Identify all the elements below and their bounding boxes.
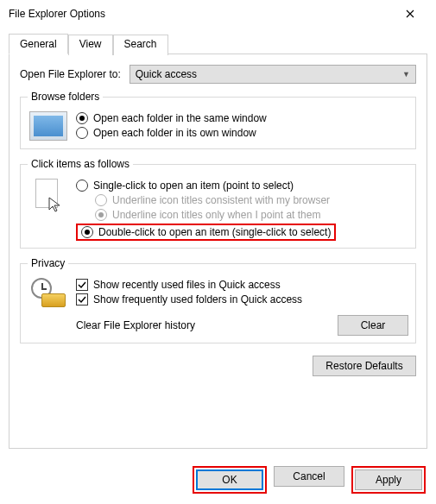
clear-history-label: Clear File Explorer history (76, 319, 195, 331)
restore-defaults-button[interactable]: Restore Defaults (313, 356, 416, 376)
radio-label: Underline icon titles consistent with my… (112, 194, 330, 206)
open-to-dropdown[interactable]: Quick access ▼ (130, 65, 416, 84)
radio-icon (76, 112, 88, 124)
radio-icon (95, 194, 107, 206)
radio-icon (95, 209, 107, 221)
close-button[interactable] (393, 2, 427, 26)
radio-single-click[interactable]: Single-click to open an item (point to s… (76, 180, 408, 192)
open-to-label: Open File Explorer to: (20, 68, 121, 80)
highlight-double-click: Double-click to open an item (single-cli… (76, 224, 408, 241)
titlebar: File Explorer Options (0, 0, 436, 28)
checkbox-label: Show frequently used folders in Quick ac… (93, 293, 302, 306)
cancel-button[interactable]: Cancel (274, 466, 344, 487)
radio-label: Underline icon titles only when I point … (112, 209, 320, 221)
browse-folders-legend: Browse folders (28, 91, 103, 103)
browse-folders-icon (28, 110, 69, 142)
privacy-legend: Privacy (28, 257, 68, 269)
radio-label: Open each folder in the same window (93, 112, 267, 124)
radio-double-click[interactable]: Double-click to open an item (single-cli… (81, 226, 331, 238)
tab-strip: General View Search (9, 33, 427, 54)
checkbox-label: Show recently used files in Quick access (93, 279, 281, 291)
radio-icon (76, 127, 88, 139)
radio-same-window[interactable]: Open each folder in the same window (76, 112, 408, 124)
dialog-footer: OK Cancel Apply (193, 466, 426, 494)
radio-own-window[interactable]: Open each folder in its own window (76, 127, 408, 139)
window-title: File Explorer Options (9, 8, 393, 20)
tab-general[interactable]: General (9, 34, 68, 54)
radio-icon (76, 180, 88, 192)
radio-label: Single-click to open an item (point to s… (93, 180, 294, 192)
privacy-group: Privacy Show recently used files in Quic… (20, 257, 416, 343)
highlight-apply: Apply (351, 466, 426, 494)
tab-view[interactable]: View (68, 35, 113, 55)
apply-button[interactable]: Apply (355, 469, 422, 490)
tab-panel-general: Open File Explorer to: Quick access ▼ Br… (9, 54, 427, 449)
checkbox-icon (76, 293, 88, 306)
radio-label: Double-click to open an item (single-cli… (98, 226, 331, 238)
open-to-value: Quick access (136, 68, 197, 80)
chevron-down-icon: ▼ (402, 70, 410, 79)
radio-icon (81, 226, 93, 238)
checkbox-icon (76, 279, 88, 291)
click-items-legend: Click items as follows (28, 158, 133, 170)
highlight-ok: OK (193, 466, 267, 494)
checkbox-frequent-folders[interactable]: Show frequently used folders in Quick ac… (76, 293, 408, 306)
click-items-icon (28, 177, 69, 241)
radio-label: Open each folder in its own window (93, 127, 256, 139)
content-area: General View Search Open File Explorer t… (0, 28, 436, 457)
dialog-window: File Explorer Options General View Searc… (0, 0, 436, 504)
open-to-row: Open File Explorer to: Quick access ▼ (20, 65, 416, 84)
radio-underline-browser: Underline icon titles consistent with my… (95, 194, 408, 206)
privacy-icon (28, 276, 69, 308)
browse-folders-group: Browse folders Open each folder in the s… (20, 91, 416, 149)
clear-button[interactable]: Clear (338, 315, 408, 336)
ok-button[interactable]: OK (196, 469, 263, 490)
radio-underline-point: Underline icon titles only when I point … (95, 209, 408, 221)
tab-search[interactable]: Search (113, 35, 168, 55)
close-icon (406, 9, 414, 18)
click-items-group: Click items as follows Single-click to o… (20, 158, 416, 249)
checkbox-recent-files[interactable]: Show recently used files in Quick access (76, 279, 408, 291)
